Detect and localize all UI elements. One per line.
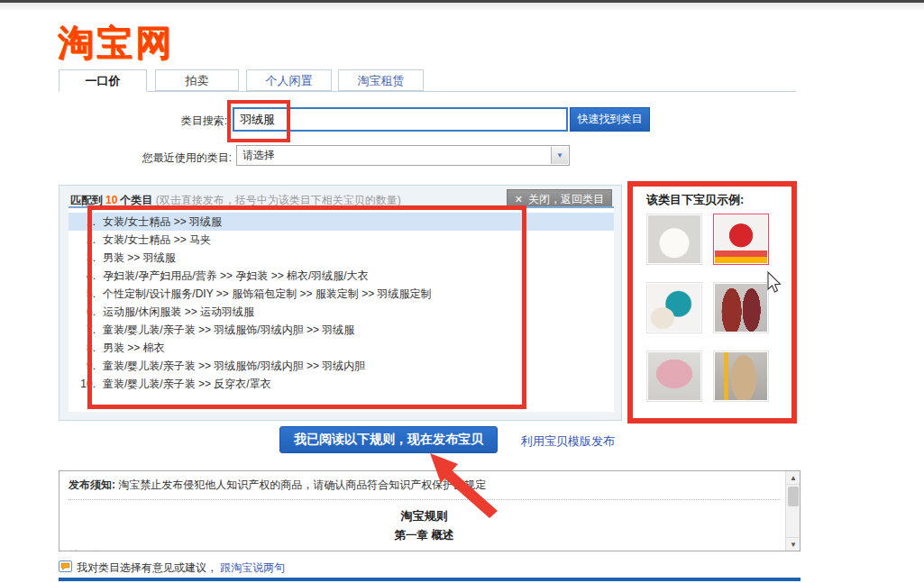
notice-content: 发布须知: 淘宝禁止发布侵犯他人知识产权的商品，请确认商品符合知识产权保护的规定… [69, 478, 780, 551]
category-row-number: 3. [69, 249, 96, 267]
product-photo-placeholder [715, 284, 767, 332]
category-row-path: 男装 >> 羽绒服 [103, 251, 176, 264]
taobao-logo: 淘宝网 [58, 18, 174, 68]
category-row-path: 童装/婴儿装/亲子装 >> 羽绒服饰/羽绒内胆 >> 羽绒服 [103, 323, 354, 336]
category-row-number: 6. [69, 303, 96, 321]
category-row-number: 9. [69, 357, 96, 375]
category-row[interactable]: 1.女装/女士精品 >> 羽绒服 [69, 213, 614, 231]
feedback-comment-icon [59, 560, 72, 573]
dotted-divider [69, 499, 780, 500]
bottom-blue-bar [59, 578, 800, 581]
product-photo-placeholder [648, 284, 700, 332]
category-row[interactable]: 9.童装/婴儿装/亲子装 >> 羽绒服饰/羽绒内胆 >> 羽绒内胆 [69, 357, 614, 375]
rules-title: 淘宝规则 [69, 508, 780, 524]
scroll-up-icon[interactable]: ▲ [786, 471, 800, 485]
category-row-number: 8. [69, 339, 96, 357]
red-down-jacket-promo-photo[interactable] [713, 214, 769, 265]
product-photo-placeholder [715, 215, 767, 263]
example-panel-title: 该类目下宝贝示例: [646, 192, 744, 208]
tab-2[interactable]: 拍卖 [155, 69, 239, 91]
category-search-label: 类目搜索: [171, 114, 227, 129]
recent-category-select[interactable]: 请选择 ▼ [236, 145, 570, 166]
category-row-path: 孕妇装/孕产妇用品/营养 >> 孕妇装 >> 棉衣/羽绒服/大衣 [103, 269, 369, 282]
category-row-number: 2. [69, 231, 96, 249]
notice-text: 淘宝禁止发布侵犯他人知识产权的商品，请确认商品符合知识产权保护的规定 [115, 478, 486, 491]
match-prefix: 匹配到 [70, 194, 103, 206]
category-row-number: 5. [69, 285, 96, 303]
category-search-input[interactable] [233, 107, 568, 132]
tan-long-down-coat-photo[interactable] [713, 351, 769, 402]
product-photo-placeholder [648, 352, 700, 400]
category-row-path: 女装/女士精品 >> 马夹 [103, 233, 211, 246]
close-label: 关闭，返回类目 [528, 193, 604, 205]
feedback-row: 我对类目选择有意见或建议， 跟淘宝说两句 [59, 560, 285, 576]
white-down-jacket-photo[interactable] [646, 214, 702, 265]
rules-chapter: 第一章 概述 [69, 528, 780, 543]
category-row-number: 4. [69, 267, 96, 285]
category-row[interactable]: 2.女装/女士精品 >> 马夹 [69, 231, 614, 249]
browser-top-gradient [0, 3, 924, 10]
feedback-link[interactable]: 跟淘宝说两句 [220, 561, 285, 574]
category-result-list: 1.女装/女士精品 >> 羽绒服2.女装/女士精品 >> 马夹3.男装 >> 羽… [69, 206, 614, 412]
template-publish-link[interactable]: 利用宝贝模版发布 [521, 433, 615, 450]
category-row[interactable]: 8.男装 >> 棉衣 [69, 339, 614, 357]
find-category-button[interactable]: 快速找到类目 [570, 107, 650, 132]
price-type-tabs: 一口价拍卖个人闲置淘宝租赁 [59, 69, 796, 92]
publish-notice-box: 发布须知: 淘宝禁止发布侵犯他人知识产权的商品，请确认商品符合知识产权保护的规定… [59, 470, 800, 551]
category-row[interactable]: 4.孕妇装/孕产妇用品/营养 >> 孕妇装 >> 棉衣/羽绒服/大衣 [69, 267, 614, 285]
tab-3[interactable]: 个人闲置 [246, 69, 332, 91]
category-row-number: 10. [69, 375, 96, 393]
recent-category-value: 请选择 [242, 149, 275, 161]
match-suffix: 个类目 [120, 194, 152, 206]
category-row[interactable]: 3.男装 >> 羽绒服 [69, 249, 614, 267]
category-row-path: 个性定制/设计服务/DIY >> 服饰箱包定制 >> 服装定制 >> 羽绒服定制 [103, 287, 432, 300]
product-photo-placeholder [715, 352, 767, 400]
category-row-path: 运动服/休闲服装 >> 运动羽绒服 [103, 305, 254, 318]
tab-4[interactable]: 淘宝租赁 [338, 69, 424, 91]
match-hint: (双击直接发布，括号中为该类目下相关宝贝的数量) [156, 194, 401, 206]
teal-down-jacket-photo[interactable] [646, 282, 702, 333]
recent-category-label: 您最近使用的类目: [135, 150, 232, 166]
pink-floral-jacket-photo[interactable] [646, 351, 702, 402]
match-count: 10 [103, 194, 120, 206]
category-row-number: 1. [69, 213, 96, 231]
scroll-down-icon[interactable]: ▼ [786, 537, 800, 551]
notice-scrollbar[interactable]: ▲ ▼ [785, 471, 800, 551]
close-icon: ✕ [515, 194, 523, 205]
feedback-text: 我对类目选择有意见或建议， [77, 561, 217, 574]
product-photo-placeholder [648, 215, 700, 263]
example-panel: 该类目下宝贝示例: [636, 185, 791, 419]
tab-1[interactable]: 一口价 [59, 69, 147, 92]
publish-item-button[interactable]: 我已阅读以下规则，现在发布宝贝 [279, 426, 498, 453]
category-row-number: 7. [69, 321, 96, 339]
chevron-down-icon[interactable]: ▼ [551, 147, 568, 164]
match-result-panel: 匹配到10个类目 (双击直接发布，括号中为该类目下相关宝贝的数量) ✕关闭，返回… [59, 185, 622, 421]
category-row-path: 童装/婴儿装/亲子装 >> 反穿衣/罩衣 [103, 378, 271, 390]
category-row-path: 童装/婴儿装/亲子装 >> 羽绒服饰/羽绒内胆 >> 羽绒内胆 [103, 360, 365, 372]
taobao-publish-page: 淘宝网 一口价拍卖个人闲置淘宝租赁 类目搜索: 快速找到类目 您最近使用的类目:… [0, 0, 924, 583]
category-row[interactable]: 5.个性定制/设计服务/DIY >> 服饰箱包定制 >> 服装定制 >> 羽绒服… [69, 285, 614, 303]
notice-label: 发布须知: [69, 478, 115, 491]
dark-red-long-coats-photo[interactable] [713, 282, 769, 333]
scrollbar-thumb[interactable] [788, 487, 799, 506]
category-row-path: 男装 >> 棉衣 [103, 342, 165, 354]
category-row[interactable]: 7.童装/婴儿装/亲子装 >> 羽绒服饰/羽绒内胆 >> 羽绒服 [69, 321, 614, 339]
close-return-button[interactable]: ✕关闭，返回类目 [507, 189, 612, 207]
category-row-path: 女装/女士精品 >> 羽绒服 [103, 215, 222, 228]
category-row[interactable]: 6.运动服/休闲服装 >> 运动羽绒服 [69, 303, 614, 321]
category-row[interactable]: 10.童装/婴儿装/亲子装 >> 反穿衣/罩衣 [69, 375, 614, 393]
rules-article: 第一条 [69, 549, 780, 551]
notice-line: 发布须知: 淘宝禁止发布侵犯他人知识产权的商品，请确认商品符合知识产权保护的规定 [69, 478, 780, 493]
